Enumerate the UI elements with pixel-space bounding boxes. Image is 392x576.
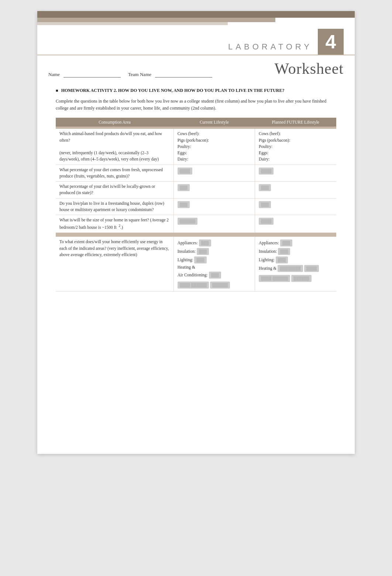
table-row: To what extent does/will your home effic… (56, 237, 336, 291)
future-cell-6: Appliances: ███ Insulation: ███ Lighting… (255, 237, 336, 291)
list-item: Lighting: ███ (178, 256, 251, 264)
row-separator (56, 233, 336, 237)
list-item: Insulation: ███ (178, 247, 251, 256)
section-title-text: HOMEWORK ACTIVITY 2. HOW DO YOU LIVE NOW… (61, 88, 285, 93)
list-item: Poultry: (259, 144, 333, 150)
list-item: Heating &Air Conditioning: ███ (178, 264, 251, 279)
question-cell: What percentage of your diet is/will be … (56, 182, 173, 199)
future-cell-4: ███ (255, 198, 336, 215)
current-cell-2: ████ (173, 165, 255, 182)
bullet-icon: ■ (56, 88, 58, 93)
question-cell: Do you live/plan to live in a freestandi… (56, 198, 173, 215)
table-row: What percentage of your diet comes from … (56, 165, 336, 182)
blurred-value: ███ (194, 256, 206, 263)
blurred-value: ████ ██████ (178, 282, 209, 289)
question-cell: What percentage of your diet comes from … (56, 165, 173, 182)
blurred-value: ██████ (291, 275, 312, 282)
page: LABORATORY 4 Name Team Name Worksheet ■ … (37, 11, 355, 454)
list-item: Pigs (pork/bacon): (178, 137, 251, 144)
name-row: Name Team Name Worksheet (37, 55, 355, 80)
name-field: Name (48, 72, 121, 77)
header-area: LABORATORY 4 (37, 25, 355, 55)
blurred-value: ████ (304, 265, 319, 272)
blurred-value: ████ (259, 168, 274, 175)
team-label: Team Name (128, 72, 151, 77)
list-item: Lighting: ███ (259, 256, 333, 264)
blurred-value: ██████ (178, 218, 198, 225)
table-header-row: Consumption Area Current Lifestyle Plann… (56, 118, 336, 127)
question-text: Which animal-based food products do/will… (59, 131, 162, 142)
blurred-value: ███ (278, 248, 290, 255)
future-cell-1: Cows (beef): Pigs (pork/bacon): Poultry:… (255, 129, 336, 165)
blurred-value: ███ (178, 184, 190, 191)
col-header-consumption: Consumption Area (56, 118, 173, 127)
lab-number: 4 (318, 29, 344, 55)
blurred-value: ████ (178, 168, 192, 175)
blurred-value: ███ (276, 256, 288, 263)
page-title: Worksheet (274, 60, 344, 77)
blurred-value: ███ (209, 272, 221, 279)
top-bar-dark (37, 11, 355, 18)
blurred-value: ███ (259, 201, 271, 208)
top-bar-light (37, 22, 228, 25)
current-cell-1: Cows (beef): Pigs (pork/bacon): Poultry:… (173, 129, 255, 165)
blurred-value: ███ (259, 184, 271, 191)
content-area: ■ HOMEWORK ACTIVITY 2. HOW DO YOU LIVE N… (37, 80, 355, 303)
intro-text: Complete the questions in the table belo… (56, 98, 336, 112)
future-cell-2: ████ (255, 165, 336, 182)
team-input-line[interactable] (155, 77, 212, 77)
list-item: Eggs: (259, 150, 333, 156)
worksheet-table: Consumption Area Current Lifestyle Plann… (56, 118, 336, 291)
list-item: Pigs (pork/bacon): (259, 137, 333, 144)
list-item: Insulation: ███ (259, 247, 333, 256)
list-item: Eggs: (178, 150, 251, 156)
table-row: What percentage of your diet is/will be … (56, 182, 336, 199)
name-input-line[interactable] (63, 77, 121, 77)
col-header-current: Current Lifestyle (173, 118, 255, 127)
question-cell: To what extent does/will your home effic… (56, 237, 173, 291)
blurred-value: ███ (280, 239, 292, 246)
current-cell-5: ██████ (173, 215, 255, 233)
list-item: ████ ██████ ██████ (259, 274, 333, 283)
section-title: ■ HOMEWORK ACTIVITY 2. HOW DO YOU LIVE N… (56, 88, 336, 93)
question-cell: Which animal-based food products do/will… (56, 129, 173, 165)
current-cell-6: Appliances: ███ Insulation: ███ Lighting… (173, 237, 255, 291)
blurred-value: ███ (178, 201, 190, 208)
blurred-value: ███ (197, 248, 209, 255)
table-row: Do you live/plan to live in a freestandi… (56, 198, 336, 215)
list-item: Poultry: (178, 144, 251, 150)
team-field: Team Name (128, 72, 212, 77)
separator-cell (56, 233, 336, 237)
blurred-value: ████ (259, 218, 274, 225)
list-item: Dairy: (178, 156, 251, 162)
current-cell-3: ███ (173, 182, 255, 199)
list-item: ████ ██████ ██████ (178, 281, 251, 289)
table-row: What is/will be the size of your home in… (56, 215, 336, 233)
list-item: Dairy: (259, 156, 333, 162)
list-item: Heating & ████████ ████ (259, 264, 333, 273)
current-cell-4: ███ (173, 198, 255, 215)
table-row: Which animal-based food products do/will… (56, 129, 336, 165)
lab-label: LABORATORY (228, 42, 312, 55)
future-cell-3: ███ (255, 182, 336, 199)
top-bar-mid (37, 18, 275, 22)
blurred-value: ████ ██████ (259, 275, 290, 282)
list-item: Cows (beef): (259, 131, 333, 137)
list-item: Appliances: ███ (259, 239, 333, 247)
list-item: Appliances: ███ (178, 239, 251, 247)
blurred-value: ████████ (278, 265, 303, 272)
list-item: Cows (beef): (178, 131, 251, 137)
question-cell: What is/will be the size of your home in… (56, 215, 173, 233)
blurred-value: ███ (199, 239, 211, 246)
name-label: Name (48, 72, 60, 77)
question-note: (never, infrequently (1 day/week), occas… (59, 151, 159, 161)
future-cell-5: ████ (255, 215, 336, 233)
col-header-future: Planned FUTURE Lifestyle (255, 118, 336, 127)
blurred-value: ██████ (210, 282, 230, 289)
